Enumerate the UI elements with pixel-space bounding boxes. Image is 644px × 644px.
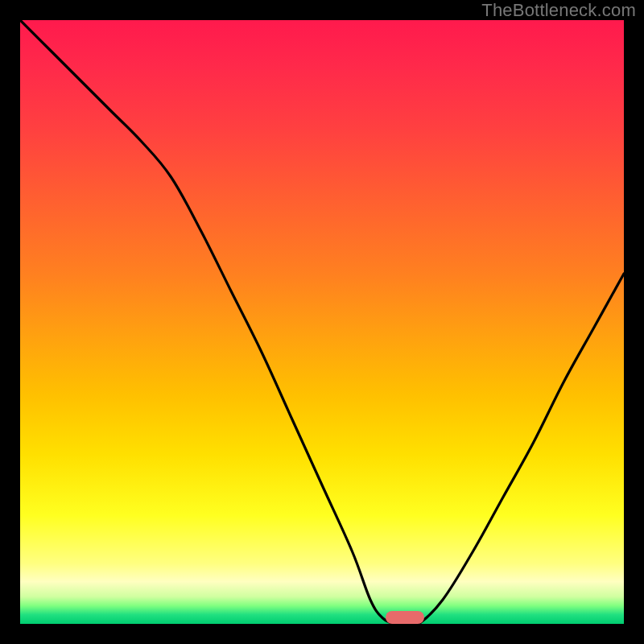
line-series <box>20 20 624 624</box>
plot-area <box>20 20 624 624</box>
chart-container: TheBottleneck.com <box>0 0 644 644</box>
bottleneck-curve-path <box>20 20 624 624</box>
optimal-marker <box>386 611 424 624</box>
watermark-text: TheBottleneck.com <box>481 0 636 21</box>
